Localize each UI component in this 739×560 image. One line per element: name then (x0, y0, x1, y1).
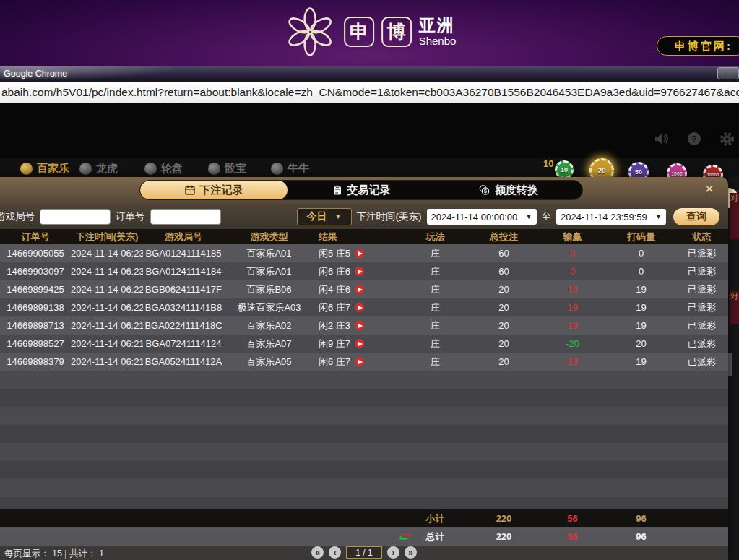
table-body: 146699050552024-11-14 06:23BGA0124111418… (0, 244, 728, 371)
cell-total-bet: 20 (470, 284, 538, 295)
date-to-input[interactable]: 2024-11-14 23:59:59 ▼ (556, 209, 666, 225)
cell-winloss: 0 (538, 266, 607, 277)
background-strip: 对 对 (728, 177, 739, 560)
brand-logo: 申 博 亚洲 Shenbo (283, 3, 457, 61)
cell-result: 闲6 庄6 (314, 265, 401, 278)
replay-play-icon[interactable] (355, 339, 364, 348)
game-nav-label: 轮盘 (161, 162, 183, 176)
game-category-icon (20, 163, 33, 175)
cell-bet-time: 2024-11-14 06:22 (71, 302, 143, 313)
prev-page-button[interactable]: ‹ (329, 546, 341, 559)
game-round-input[interactable] (40, 209, 111, 225)
official-site-button[interactable]: 申博官网: (657, 36, 739, 56)
game-nav-item-2[interactable]: 龙虎 (79, 162, 118, 176)
cell-total-bet: 60 (470, 266, 538, 277)
cell-game-round: BGA032411141B8 (143, 302, 224, 313)
play-triangle (358, 342, 363, 346)
replay-play-icon[interactable] (355, 303, 364, 312)
game-category-icon (208, 163, 220, 175)
svg-text:$: $ (484, 189, 487, 194)
replay-play-icon[interactable] (355, 285, 364, 294)
swap-refresh-icon[interactable] (399, 532, 412, 541)
tab-1[interactable]: 下注记录 (140, 181, 288, 199)
chrome-titlebar[interactable]: Google Chrome — (0, 66, 739, 82)
cell-game-type: 百家乐A01 (224, 265, 314, 278)
cell-play-type: 庄 (401, 283, 470, 296)
result-text: 闲6 庄7 (319, 301, 350, 314)
tab-label: 下注记录 (200, 184, 243, 197)
date-range-value: 今日 (307, 210, 327, 223)
cell-bet-time: 2024-11-14 06:23 (71, 248, 143, 259)
table-row: 146698991382024-11-14 06:22BGA032411141B… (0, 298, 728, 316)
order-number-input[interactable] (150, 209, 221, 225)
brand-char-shen: 申 (344, 17, 374, 47)
chevron-down-icon: ▼ (526, 213, 532, 220)
total-row: 总计2205696 (0, 527, 728, 546)
game-nav-item-5[interactable]: 牛牛 (271, 162, 309, 176)
cell-bet-time: 2024-11-14 06:22 (71, 284, 143, 295)
cell-game-round: BGA0224111418C (143, 320, 224, 331)
game-nav-label: 骰宝 (225, 162, 246, 176)
to-label: 至 (542, 210, 552, 223)
page-indicator: 1 / 1 (346, 546, 382, 559)
app-toolbar: ? (654, 131, 735, 147)
replay-play-icon[interactable] (355, 357, 364, 366)
volume-icon[interactable] (654, 131, 670, 147)
clipboard-icon (332, 185, 342, 195)
cell-turnover: 19 (607, 302, 675, 313)
cell-game-round: BGA01241114184 (143, 266, 224, 277)
game-nav-item-3[interactable]: 轮盘 (144, 162, 183, 176)
chip-count-badge: 10 (543, 158, 553, 169)
empty-rows-area (0, 371, 728, 509)
date-range-select[interactable]: 今日 ▼ (297, 208, 352, 225)
cell-status: 已派彩 (675, 265, 728, 278)
cell-total-bet: 20 (470, 356, 538, 367)
lobby-panel-fragment: 对 (730, 291, 739, 324)
col-header: 总投注 (470, 231, 538, 244)
table-header-row: 订单号下注时间(美东)游戏局号游戏类型结果玩法总投注输赢打码量状态 (0, 229, 728, 244)
close-icon[interactable]: × (701, 180, 718, 197)
replay-play-icon[interactable] (355, 321, 364, 330)
col-header: 输赢 (538, 231, 607, 244)
game-nav-item-1[interactable]: 百家乐 (20, 162, 69, 176)
tab-2[interactable]: 交易记录 (288, 181, 435, 199)
cell-status: 已派彩 (675, 337, 728, 350)
settings-gear-icon[interactable] (719, 131, 735, 147)
next-page-button[interactable]: › (387, 546, 399, 559)
minimize-button[interactable]: — (717, 67, 739, 79)
summary-label: 小计 (401, 512, 470, 525)
address-bar[interactable]: abaih.com/h5V01/pc/index.html?return=abo… (0, 82, 739, 104)
col-header: 游戏局号 (143, 231, 224, 244)
date-to-value: 2024-11-14 23:59:59 (561, 212, 647, 223)
col-header: 游戏类型 (224, 231, 314, 244)
summary-turnover: 96 (607, 513, 675, 524)
tab-3[interactable]: $额度转换 (435, 181, 582, 199)
result-text: 闲6 庄7 (319, 356, 350, 369)
search-button[interactable]: 查询 (673, 208, 719, 225)
table-row: 146698994252024-11-14 06:22BGB0624111417… (0, 280, 728, 298)
tab-label: 额度转换 (495, 184, 538, 197)
cell-turnover: 19 (607, 356, 675, 367)
col-header: 下注时间(美东) (71, 231, 143, 244)
cell-winloss: 19 (538, 302, 607, 313)
result-text: 闲6 庄6 (319, 265, 350, 278)
cell-total-bet: 20 (470, 338, 538, 349)
order-number-label: 订单号 (116, 210, 145, 223)
cell-winloss: -20 (538, 338, 607, 349)
bet-records-modal: 下注记录交易记录$额度转换 × 游戏局号 订单号 今日 ▼ 下注时间(美东) 2… (0, 177, 728, 560)
date-from-input[interactable]: 2024-11-14 00:00:00 ▼ (427, 209, 537, 225)
flower-logo-icon (283, 3, 337, 61)
help-icon[interactable]: ? (686, 131, 702, 147)
lobby-fragment (728, 353, 732, 376)
game-nav-item-4[interactable]: 骰宝 (208, 162, 246, 176)
summary-turnover: 96 (607, 531, 675, 542)
game-nav-label: 龙虎 (96, 162, 118, 176)
replay-play-icon[interactable] (355, 249, 364, 258)
table-row: 146698983792024-11-14 06:21BGA0524111412… (0, 353, 728, 371)
last-page-button[interactable]: » (405, 546, 417, 559)
first-page-button[interactable]: « (311, 546, 324, 559)
calendar-icon (185, 185, 195, 195)
replay-play-icon[interactable] (355, 267, 364, 276)
cell-game-type: 百家乐A02 (224, 319, 314, 332)
cell-play-type: 庄 (401, 337, 470, 350)
